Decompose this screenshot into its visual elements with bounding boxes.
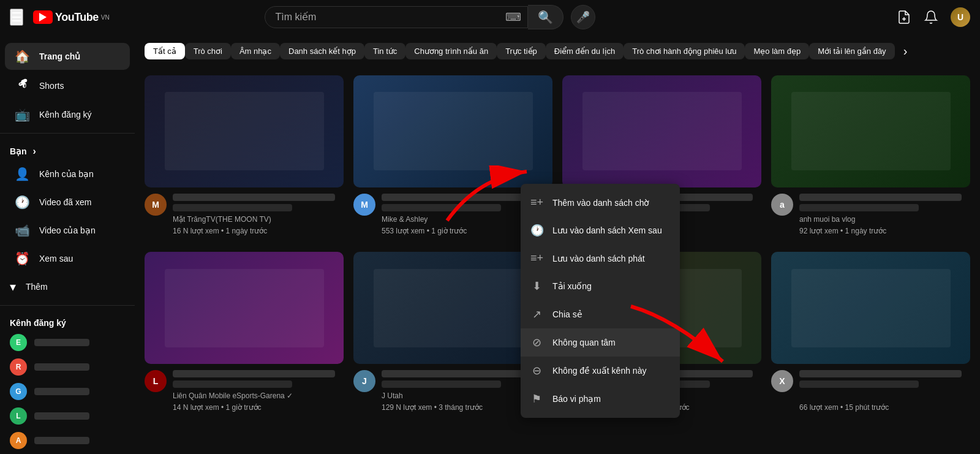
- video-thumbnail-v2: [353, 75, 552, 187]
- sidebar-item-my-videos[interactable]: 📹 Video của bạn: [5, 217, 130, 244]
- channel-name-ch5: [34, 437, 89, 444]
- search-bar: ⌨ 🔍 🎤: [265, 5, 595, 29]
- filter-chip-travel[interactable]: Điểm đến du lịch: [546, 43, 624, 59]
- filter-chip-news[interactable]: Tin tức: [364, 43, 405, 59]
- thumbnail-bg-v4: [771, 75, 970, 187]
- menu-icon-watch-later: 🕐: [530, 224, 543, 237]
- menu-label-download: Tải xuống: [552, 281, 592, 291]
- filter-next-btn[interactable]: ›: [901, 42, 910, 61]
- video-info-v1: M Mặt TrăngTV(THE MOON TV) 16 N lượt xem…: [145, 194, 344, 237]
- channel-avatar-ch3: G: [10, 383, 27, 400]
- menu-label-no-recommend: Không đề xuất kênh này: [552, 366, 646, 376]
- user-avatar[interactable]: U: [951, 7, 970, 27]
- menu-item-share[interactable]: ↗ Chia sẻ: [521, 300, 680, 328]
- search-button[interactable]: 🔍: [528, 5, 564, 29]
- filter-chips-container: Tất cảTrò chơiÂm nhạcDanh sách kết hợpTi…: [145, 43, 895, 59]
- view-count-v5: 14 N lượt xem • 1 giờ trước: [173, 403, 262, 412]
- hamburger-menu[interactable]: ☰: [10, 9, 23, 26]
- filter-chip-music[interactable]: Âm nhạc: [231, 43, 280, 59]
- channel-thumb-v5[interactable]: L: [145, 370, 167, 392]
- channel-avatar-ch2: R: [10, 358, 27, 376]
- logo-vn: VN: [101, 14, 110, 21]
- history-icon: 🕐: [15, 195, 29, 210]
- video-info-v5: L Liên Quân Mobile eSports-Garena ✓ 14 N…: [145, 370, 344, 414]
- filter-chip-cooking[interactable]: Chương trình nấu ăn: [405, 43, 497, 59]
- sidebar-home-label: Trang chủ: [39, 51, 80, 61]
- filter-chip-live[interactable]: Trực tiếp: [497, 43, 546, 59]
- sidebar-item-shorts[interactable]: Shorts: [5, 71, 130, 100]
- menu-item-not-interested[interactable]: ⊘ Không quan tâm: [521, 328, 680, 357]
- context-menu: ≡+ Thêm vào danh sách chờ 🕐 Lưu vào danh…: [521, 184, 680, 418]
- nav-left: ☰ YouTubeVN: [10, 9, 110, 26]
- video-card-v1[interactable]: M Mặt TrăngTV(THE MOON TV) 16 N lượt xem…: [145, 75, 344, 237]
- sidebar-item-home[interactable]: 🏠 Trang chủ: [5, 43, 130, 70]
- filter-chip-games[interactable]: Trò chơi: [185, 43, 231, 59]
- subscriptions-icon: 📺: [15, 107, 29, 122]
- video-card-v5[interactable]: L Liên Quân Mobile eSports-Garena ✓ 14 N…: [145, 252, 344, 414]
- channel-name-text-v1: Mặt TrăngTV(THE MOON TV): [173, 215, 271, 224]
- sidebar-item-subscriptions[interactable]: 📺 Kênh đăng ký: [5, 101, 130, 128]
- video-title-v5: [173, 370, 344, 388]
- logo-text: YouTube: [55, 11, 99, 24]
- menu-item-report[interactable]: ⚑ Báo vi phạm: [521, 385, 680, 413]
- notifications-button[interactable]: [924, 10, 938, 25]
- mic-button[interactable]: 🎤: [571, 5, 595, 29]
- sidebar-expand-btn[interactable]: ▾ Thêm: [0, 273, 135, 300]
- sidebar-item-my-channel[interactable]: 👤 Kênh của bạn: [5, 161, 130, 187]
- video-details-v4: anh muoi ba vlog 92 lượt xem • 1 ngày tr…: [799, 194, 970, 237]
- filter-chip-action[interactable]: Trò chơi hành động phiêu lưu: [624, 43, 745, 59]
- thumbnail-bg-v1: [145, 75, 344, 187]
- sidebar-item-watch-later[interactable]: ⏰ Xem sau: [5, 245, 130, 272]
- subscribed-channel-ch5[interactable]: A: [0, 428, 135, 453]
- menu-label-not-interested: Không quan tâm: [552, 338, 616, 347]
- view-count-v4: 92 lượt xem • 1 ngày trước: [799, 227, 886, 235]
- view-count-v6: 129 N lượt xem • 3 tháng trước: [382, 403, 483, 412]
- video-thumbnail-v3: [562, 75, 761, 187]
- view-count-v8: 66 lượt xem • 15 phút trước: [799, 403, 889, 412]
- filter-chip-playlist[interactable]: Danh sách kết hợp: [280, 43, 364, 59]
- menu-label-add-playlist: Lưu vào danh sách phát: [552, 254, 645, 263]
- filter-bar: Tất cảTrò chơiÂm nhạcDanh sách kết hợpTi…: [135, 34, 980, 68]
- menu-item-watch-later[interactable]: 🕐 Lưu vào danh sách Xem sau: [521, 216, 680, 244]
- youtube-logo[interactable]: YouTubeVN: [33, 10, 110, 24]
- search-input-wrap: ⌨: [265, 6, 528, 28]
- video-thumbnail-v4: [771, 75, 970, 187]
- menu-item-download[interactable]: ⬇ Tải xuống: [521, 272, 680, 300]
- channel-avatar-ch5: A: [10, 432, 27, 449]
- view-count-v1: 16 N lượt xem • 1 ngày trước: [173, 227, 267, 235]
- channel-thumb-v6[interactable]: J: [353, 370, 375, 392]
- video-meta-v1: Mặt TrăngTV(THE MOON TV) 16 N lượt xem •…: [173, 214, 344, 237]
- thumbnail-bg-v2: [353, 75, 552, 187]
- channel-thumb-v8[interactable]: X: [771, 370, 793, 392]
- keyboard-button[interactable]: ⌨: [499, 7, 527, 28]
- menu-label-share: Chia sẻ: [552, 309, 582, 319]
- menu-item-add-queue[interactable]: ≡+ Thêm vào danh sách chờ: [521, 189, 680, 216]
- menu-icon-not-interested: ⊘: [530, 336, 543, 349]
- channel-name-ch1: [34, 339, 89, 346]
- filter-chip-all[interactable]: Tất cả: [145, 43, 185, 59]
- sidebar-item-history[interactable]: 🕐 Video đã xem: [5, 189, 130, 216]
- channel-name-ch2: [34, 363, 89, 371]
- kenh-section-title: Kênh đăng ký: [0, 311, 135, 330]
- video-card-v4[interactable]: a anh muoi ba vlog 92 lượt xem • 1 ngày …: [771, 75, 970, 237]
- video-card-v8[interactable]: X 66 lượt xem • 15 phút trước ⋮: [771, 252, 970, 414]
- my-videos-label: Video của bạn: [39, 225, 96, 235]
- search-input[interactable]: [265, 7, 499, 28]
- subscribed-channel-ch1[interactable]: E: [0, 330, 135, 355]
- subscribed-channel-ch3[interactable]: G: [0, 379, 135, 404]
- video-info-v4: a anh muoi ba vlog 92 lượt xem • 1 ngày …: [771, 194, 970, 237]
- watch-later-icon: ⏰: [15, 251, 29, 266]
- menu-item-no-recommend[interactable]: ⊖ Không đề xuất kênh này: [521, 357, 680, 385]
- channel-thumb-v4[interactable]: a: [771, 194, 793, 216]
- shorts-icon: [15, 77, 29, 94]
- filter-chip-tips[interactable]: Mẹo làm đẹp: [745, 43, 809, 59]
- history-label: Video đã xem: [39, 197, 91, 207]
- filter-chip-recent[interactable]: Mới tải lên gần đây: [809, 43, 894, 59]
- subscribed-channel-ch2[interactable]: R: [0, 355, 135, 379]
- create-button[interactable]: [897, 10, 911, 25]
- verified-icon-v5: ✓: [287, 392, 293, 400]
- channel-thumb-v2[interactable]: M: [353, 194, 375, 216]
- menu-item-add-playlist[interactable]: ≡+ Lưu vào danh sách phát: [521, 244, 680, 272]
- subscribed-channel-ch4[interactable]: L: [0, 404, 135, 428]
- channel-thumb-v1[interactable]: M: [145, 194, 167, 216]
